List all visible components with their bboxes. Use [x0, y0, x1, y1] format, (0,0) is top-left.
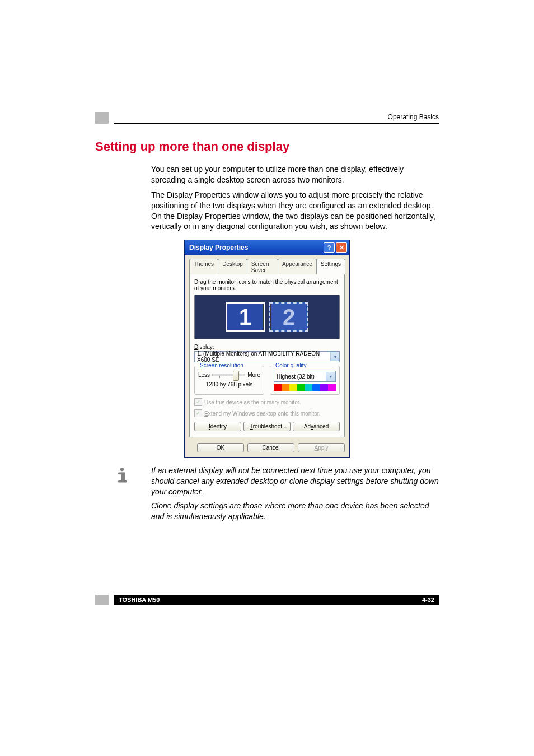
info-icon	[112, 465, 132, 486]
slider-more-label: More	[247, 372, 260, 378]
note-paragraph: Clone display settings are those where m…	[151, 501, 439, 522]
footer-left: TOSHIBA M50	[119, 596, 160, 603]
monitor-2[interactable]: 2	[269, 302, 308, 332]
color-quality-group: Color quality Highest (32 bit) ▾	[270, 366, 340, 395]
help-button[interactable]: ?	[324, 242, 335, 253]
color-swatch	[274, 384, 336, 391]
tab-panel-settings: Drag the monitor icons to match the phys…	[189, 274, 345, 437]
header-accent	[95, 112, 109, 124]
checkbox-primary-monitor: ✓ Use this device as the primary monitor…	[194, 398, 340, 406]
checkbox-icon: ✓	[194, 398, 202, 406]
tab-screen-saver[interactable]: Screen Saver	[247, 259, 278, 274]
display-label: Display:	[194, 344, 340, 350]
tab-settings[interactable]: Settings	[316, 259, 345, 274]
dialog-titlebar[interactable]: Display Properties ? ✕	[185, 240, 349, 255]
tab-desktop[interactable]: Desktop	[218, 259, 247, 274]
paragraph: The Display Properties window allows you…	[151, 190, 439, 232]
page-header: Operating Basics	[95, 112, 439, 124]
display-value: 1. (Multiple Monitors) on ATI MOBILITY R…	[197, 351, 330, 363]
screen-resolution-group: Screen resolution Less M	[194, 366, 264, 395]
screenshot: Display Properties ? ✕ Themes Desktop Sc…	[95, 240, 439, 458]
slider-thumb[interactable]	[233, 371, 239, 381]
note-block: If an external display will not be conne…	[95, 465, 439, 525]
tab-appearance[interactable]: Appearance	[278, 259, 317, 274]
color-quality-value: Highest (32 bit)	[277, 374, 315, 380]
paragraph: You can set up your computer to utilize …	[151, 164, 439, 185]
identify-button[interactable]: Identify	[194, 422, 241, 431]
svg-rect-3	[118, 480, 127, 483]
group-legend: Screen resolution	[198, 362, 245, 368]
monitor-1[interactable]: 1	[226, 302, 265, 332]
display-dropdown[interactable]: 1. (Multiple Monitors) on ATI MOBILITY R…	[194, 351, 340, 362]
footer-right: 4-32	[422, 596, 434, 603]
chevron-down-icon: ▾	[330, 352, 339, 361]
page-footer: TOSHIBA M50 4-32	[114, 595, 439, 605]
svg-point-0	[120, 468, 124, 471]
checkbox-icon: ✓	[194, 409, 202, 417]
ok-button[interactable]: OK	[197, 443, 244, 452]
color-quality-dropdown[interactable]: Highest (32 bit) ▾	[274, 371, 336, 382]
checkbox-extend-desktop: ✓ Extend my Windows desktop onto this mo…	[194, 409, 340, 417]
monitor-arrangement[interactable]: 1 2	[194, 295, 340, 339]
section-title: Setting up more than one display	[95, 139, 439, 154]
body-text: You can set up your computer to utilize …	[151, 164, 439, 232]
apply-button[interactable]: Apply	[298, 443, 345, 452]
group-legend: Color quality	[274, 362, 308, 368]
svg-rect-2	[121, 473, 125, 482]
slider-less-label: Less	[198, 372, 210, 378]
header-rule: Operating Basics	[114, 112, 439, 124]
cancel-button[interactable]: Cancel	[247, 443, 294, 452]
resolution-value: 1280 by 768 pixels	[198, 381, 260, 388]
tab-themes[interactable]: Themes	[189, 259, 218, 274]
troubleshoot-button[interactable]: Troubleshoot...	[243, 422, 291, 431]
display-properties-dialog: Display Properties ? ✕ Themes Desktop Sc…	[184, 240, 350, 458]
advanced-button[interactable]: Advanced	[293, 422, 340, 431]
running-head: Operating Basics	[388, 113, 439, 121]
tabstrip: Themes Desktop Screen Saver Appearance S…	[189, 258, 345, 274]
instruction-text: Drag the monitor icons to match the phys…	[194, 279, 340, 291]
dialog-title: Display Properties	[189, 244, 248, 251]
chevron-down-icon: ▾	[326, 372, 335, 381]
note-paragraph: If an external display will not be conne…	[151, 465, 439, 497]
resolution-slider[interactable]	[212, 374, 245, 376]
close-button[interactable]: ✕	[336, 242, 347, 253]
footer-accent	[95, 595, 109, 605]
